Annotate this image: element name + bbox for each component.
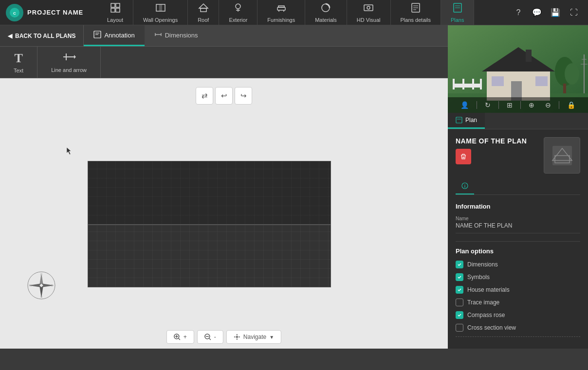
plan-name-title: NAME OF THE PLAN (456, 137, 527, 145)
line-arrow-icon (62, 52, 76, 65)
preview-zoom-in-btn[interactable]: ⊕ (526, 100, 537, 110)
plan-tab-plan[interactable]: Plan (448, 113, 485, 129)
plan-tab-label: Plan (465, 117, 477, 123)
plan-tab-bar: Plan (448, 113, 588, 129)
help-button[interactable]: ? (510, 4, 527, 21)
nav-item-plans[interactable]: Plans (441, 0, 475, 25)
svg-rect-66 (453, 79, 455, 89)
canvas-redo-button[interactable]: ↪ (235, 87, 252, 105)
tab-annotation[interactable]: Annotation (84, 25, 144, 46)
option-compass-rose-row: Compass rose (456, 311, 580, 319)
preview-sep3 (520, 101, 521, 109)
nav-label-plans: Plans (451, 17, 464, 23)
tool-line-arrow-label: Line and arrow (51, 67, 87, 73)
roof-icon (198, 2, 209, 16)
svg-rect-3 (116, 3, 120, 7)
tool-bar: T Text Line and arrow (0, 47, 448, 78)
preview-grid-btn[interactable]: ⊞ (504, 100, 515, 110)
svg-text:W: W (29, 284, 32, 287)
back-arrow-icon: ◀ (8, 33, 12, 39)
option-house-materials-checkbox[interactable] (456, 286, 463, 294)
nav-label-materials: Materials (315, 17, 337, 23)
nav-item-layout[interactable]: Layout (97, 0, 133, 25)
top-nav: C PROJECT NAME Layout Wall Openings Roof (0, 0, 588, 25)
nav-label-furnishings: Furnishings (267, 17, 295, 23)
svg-point-52 (236, 336, 238, 338)
svg-rect-69 (480, 79, 482, 89)
zoom-in-button[interactable]: + (166, 330, 194, 344)
save-button[interactable]: 💾 (547, 4, 564, 21)
svg-rect-4 (111, 8, 115, 12)
layout-icon (110, 2, 121, 16)
nav-right: ? 💬 💾 ⛶ (504, 4, 588, 21)
nav-item-materials[interactable]: Materials (305, 0, 347, 25)
plan-canvas-bottom (88, 224, 331, 287)
fullscreen-button[interactable]: ⛶ (566, 4, 582, 21)
zoom-in-label: + (184, 334, 187, 340)
preview-toolbar: 👤 ↻ ⊞ ⊕ ⊖ 🔒 (448, 97, 588, 113)
logo-icon: C (6, 4, 23, 21)
svg-rect-65 (453, 84, 482, 88)
plan-name-section: NAME OF THE PLAN (456, 137, 527, 164)
cursor (66, 146, 72, 154)
right-panel: 👤 ↻ ⊞ ⊕ ⊖ 🔒 Plan NA (448, 25, 588, 349)
zoom-out-button[interactable]: - (197, 330, 223, 344)
delete-plan-button[interactable] (456, 149, 471, 164)
plan-preview-thumbnail (544, 137, 580, 174)
svg-text:N: N (40, 273, 42, 276)
nav-item-hd-visual[interactable]: HD Visual (347, 0, 391, 25)
canvas-swap-button[interactable]: ⇄ (196, 87, 213, 105)
project-name: PROJECT NAME (27, 9, 83, 16)
svg-rect-7 (159, 4, 162, 11)
dimensions-tab-label: Dimensions (165, 32, 198, 39)
svg-rect-5 (116, 8, 120, 12)
navigate-button[interactable]: Navigate ▼ (226, 330, 281, 344)
nav-item-furnishings[interactable]: Furnishings (257, 0, 305, 25)
option-symbols-checkbox[interactable] (456, 273, 463, 281)
svg-rect-67 (462, 79, 464, 89)
preview-person-btn[interactable]: 👤 (458, 100, 472, 110)
tool-text[interactable]: T Text (0, 47, 37, 78)
option-symbols-label: Symbols (467, 274, 490, 281)
preview-zoom-out-btn[interactable]: ⊖ (542, 100, 554, 110)
nav-item-plans-details[interactable]: Plans details (391, 0, 441, 25)
plan-canvas-top (88, 161, 331, 224)
nav-item-roof[interactable]: Roof (188, 0, 219, 25)
nav-label-roof: Roof (198, 17, 209, 23)
nav-item-wall-openings[interactable]: Wall Openings (133, 0, 188, 25)
canvas-undo-button[interactable]: ↩ (215, 87, 233, 105)
option-trace-image-checkbox[interactable] (456, 299, 463, 306)
exterior-icon (233, 2, 243, 16)
name-field-value: NAME OF THE PLAN (456, 222, 580, 233)
left-section: ◀ BACK TO ALL PLANS Annotation Dimension… (0, 25, 448, 349)
nav-label-wall-openings: Wall Openings (143, 17, 178, 23)
option-house-materials-label: House materials (467, 286, 510, 293)
tool-text-label: Text (14, 68, 23, 73)
info-tab-info[interactable]: i (456, 179, 474, 194)
back-to-plans-button[interactable]: ◀ BACK TO ALL PLANS (0, 25, 84, 46)
option-compass-rose-checkbox[interactable] (456, 311, 463, 319)
svg-text:S: S (40, 295, 42, 298)
option-symbols-row: Symbols (456, 273, 580, 281)
back-label: BACK TO ALL PLANS (15, 33, 75, 39)
preview-rotate-btn[interactable]: ↻ (482, 100, 494, 110)
svg-text:C: C (13, 11, 16, 16)
plan-canvas (88, 161, 331, 287)
tab-dimensions[interactable]: Dimensions (145, 25, 208, 46)
option-dimensions-checkbox[interactable] (456, 261, 463, 268)
svg-text:E: E (51, 284, 53, 287)
option-cross-section-label: Cross section view (467, 324, 516, 331)
nav-item-exterior[interactable]: Exterior (219, 0, 257, 25)
main-area: ◀ BACK TO ALL PLANS Annotation Dimension… (0, 25, 588, 349)
name-field-label: Name (456, 216, 580, 221)
tool-line-arrow[interactable]: Line and arrow (37, 47, 101, 78)
option-cross-section-checkbox[interactable] (456, 324, 463, 332)
svg-point-19 (367, 6, 370, 9)
svg-rect-61 (526, 50, 532, 62)
preview-lock-btn[interactable]: 🔒 (564, 100, 578, 110)
zoom-controls: + - Navigate ▼ (166, 330, 281, 344)
svg-rect-2 (111, 3, 115, 7)
canvas-area[interactable]: ⇄ ↩ ↪ (0, 78, 448, 349)
chat-button[interactable]: 💬 (529, 4, 545, 21)
wall-openings-icon (155, 2, 166, 16)
